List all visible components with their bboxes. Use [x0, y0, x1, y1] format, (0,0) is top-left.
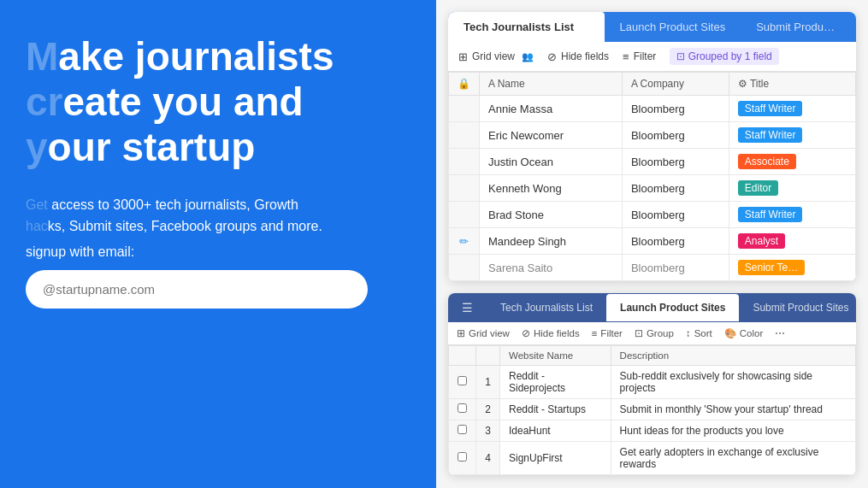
hide-icon: ⊘ — [547, 50, 557, 63]
text-icon: A — [488, 78, 494, 90]
hero-title: Make journalists create you and your sta… — [26, 34, 410, 170]
table-row: Brad Stone Bloomberg Staff Writer — [449, 202, 856, 228]
table-row: 1 Reddit - Sideprojects Sub-reddit exclu… — [449, 366, 856, 399]
title-badge: Staff Writer — [738, 207, 803, 222]
tab-tech-journalists-list[interactable]: Tech Journalists List ▼ — [448, 12, 605, 42]
title-badge: Analyst — [738, 233, 785, 249]
company-cell: Bloomberg — [622, 149, 729, 175]
title-badge: Senior Te… — [738, 260, 805, 275]
website-cell: Reddit - Sideprojects — [500, 366, 611, 399]
top-tabs: Tech Journalists List ▼ Launch Product S… — [448, 12, 856, 42]
gear-icon: ⚙ — [738, 78, 747, 90]
title-cell: Staff Writer — [729, 96, 855, 122]
company-cell: Bloomberg — [622, 122, 729, 149]
bottom-toolbar: ⊞ Grid view ⊘ Hide fields ≡ Filter ⊡ Gro… — [448, 322, 856, 345]
filter-icon-bottom: ≡ — [592, 328, 598, 338]
sort-icon-bottom: ↕ — [686, 328, 691, 338]
table-row: 2 Reddit - Startups Submit in monthly 'S… — [449, 399, 856, 420]
title-badge: Associate — [738, 154, 796, 169]
toolbar-filter[interactable]: ≡ Filter — [623, 50, 656, 63]
table-row: Justin Ocean Bloomberg Associate — [449, 149, 856, 175]
company-cell: Bloomberg — [622, 202, 729, 228]
tab-bottom-submit[interactable]: Submit Product Sites — [739, 294, 856, 321]
name-cell: Annie Massa — [480, 96, 623, 122]
grid-icon: ⊞ — [458, 50, 468, 63]
company-cell: Bloomberg — [622, 96, 729, 122]
title-cell: Analyst — [729, 228, 855, 255]
tab-launch-product-sites[interactable]: Launch Product Sites — [605, 12, 741, 42]
top-data-table: 🔒 A Name A Company ⚙ Title Annie Massa — [448, 72, 856, 281]
table-row: Kenneth Wong Bloomberg Editor — [449, 175, 856, 202]
filter-icon: ≡ — [623, 50, 629, 63]
table-row: Sarena Saito Bloomberg Senior Te… — [449, 255, 856, 281]
rownum-cell: 2 — [476, 399, 500, 420]
title-cell: Editor — [729, 175, 855, 202]
left-panel: Make journalists create you and your sta… — [0, 0, 436, 488]
color-icon-bottom: 🎨 — [724, 327, 736, 339]
toolbar-bottom-group[interactable]: ⊡ Group — [635, 327, 674, 339]
email-input[interactable] — [26, 270, 368, 309]
check-header — [449, 346, 476, 366]
desc-cell: Get early adopters in exchange of exclus… — [611, 442, 855, 475]
tab-bottom-launch[interactable]: Launch Product Sites — [606, 294, 739, 321]
airtable-bottom-table: ☰ Tech Journalists List Launch Product S… — [448, 293, 856, 475]
company-cell: Bloomberg — [622, 255, 729, 281]
name-header: A Name — [480, 73, 623, 96]
check-cell[interactable] — [449, 399, 476, 420]
tab-submit-product[interactable]: Submit Produ… — [741, 12, 850, 42]
desc-cell: Sub-reddit exclusively for showcasing si… — [611, 366, 855, 399]
tab-menu-icon[interactable]: ☰ — [448, 293, 487, 322]
check-cell[interactable] — [449, 366, 476, 399]
toolbar-grouped[interactable]: ⊡ Grouped by 1 field — [670, 48, 778, 65]
top-toolbar: ⊞ Grid view 👥 ⊘ Hide fields ≡ Filter ⊡ G… — [448, 42, 856, 72]
row-checkbox[interactable] — [458, 452, 467, 462]
table-row: Eric Newcomer Bloomberg Staff Writer — [449, 122, 856, 149]
name-cell: Eric Newcomer — [480, 122, 623, 149]
toolbar-bottom-grid[interactable]: ⊞ Grid view — [457, 327, 510, 339]
website-header: Website Name — [500, 346, 611, 366]
hero-subtitle: Get access to 3000+ tech journalists, Gr… — [26, 194, 410, 238]
group-icon: ⊡ — [676, 50, 685, 62]
name-cell: Kenneth Wong — [480, 175, 623, 202]
lock-cell — [449, 122, 480, 149]
bottom-tabs: ☰ Tech Journalists List Launch Product S… — [448, 293, 856, 322]
lock-cell — [449, 96, 480, 122]
hero-signup-label: signup with email: — [26, 244, 410, 260]
name-cell: Brad Stone — [480, 202, 623, 228]
lock-cell — [449, 202, 480, 228]
title-badge: Editor — [738, 180, 778, 196]
row-checkbox[interactable] — [458, 425, 467, 434]
grid-icon-bottom: ⊞ — [457, 327, 465, 339]
title-cell: Associate — [729, 149, 855, 175]
website-cell: IdeaHunt — [500, 420, 611, 442]
toolbar-bottom-hide[interactable]: ⊘ Hide fields — [522, 327, 580, 339]
title-badge: Staff Writer — [738, 101, 803, 116]
check-cell[interactable] — [449, 420, 476, 442]
group-icon-bottom: ⊡ — [635, 327, 643, 339]
name-cell: Mandeep Singh — [480, 228, 623, 255]
toolbar-bottom-more[interactable]: ⋯ — [775, 327, 785, 339]
check-cell[interactable] — [449, 442, 476, 475]
table-row: 4 SignUpFirst Get early adopters in exch… — [449, 442, 856, 475]
toolbar-grid-view[interactable]: ⊞ Grid view 👥 — [458, 50, 534, 63]
website-cell: SignUpFirst — [500, 442, 611, 475]
right-panel: Tech Journalists List ▼ Launch Product S… — [436, 0, 868, 488]
bottom-data-table: Website Name Description 1 Reddit - Side… — [448, 345, 856, 475]
rownum-header — [476, 346, 500, 366]
toolbar-bottom-filter[interactable]: ≡ Filter — [592, 328, 623, 338]
tab-bottom-journalists[interactable]: Tech Journalists List — [487, 294, 606, 321]
toolbar-hide-fields[interactable]: ⊘ Hide fields — [547, 50, 609, 63]
title-cell: Senior Te… — [729, 255, 855, 281]
tab-dropdown-arrow: ▼ — [581, 23, 589, 32]
users-icon: 👥 — [522, 51, 534, 62]
row-checkbox[interactable] — [458, 403, 467, 413]
lock-cell — [449, 255, 480, 281]
toolbar-bottom-color[interactable]: 🎨 Color — [724, 327, 763, 339]
row-checkbox[interactable] — [458, 376, 467, 385]
toolbar-bottom-sort[interactable]: ↕ Sort — [686, 328, 712, 338]
table-row: 3 IdeaHunt Hunt ideas for the products y… — [449, 420, 856, 442]
desc-cell: Submit in monthly 'Show your startup' th… — [611, 399, 855, 420]
lock-header: 🔒 — [449, 73, 480, 96]
rownum-cell: 3 — [476, 420, 500, 442]
name-cell: Sarena Saito — [480, 255, 623, 281]
